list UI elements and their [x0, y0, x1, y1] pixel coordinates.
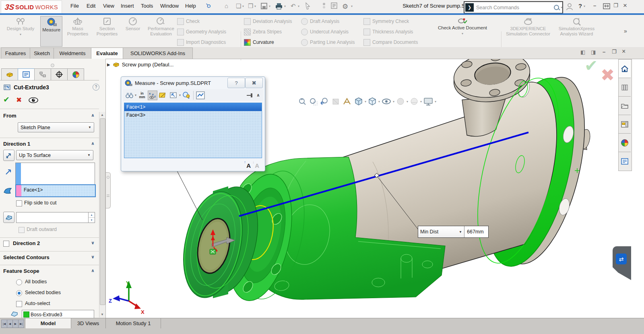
- teamviewer-icon[interactable]: ⇄: [616, 254, 627, 264]
- from-section-header[interactable]: From: [3, 113, 17, 119]
- tab-solidworks-addins[interactable]: SOLIDWORKS Add-Ins: [123, 47, 193, 59]
- undo-caret-icon[interactable]: ▾: [298, 4, 299, 8]
- pin-dialog-icon[interactable]: [246, 92, 254, 99]
- flyout-feature-tree[interactable]: ▶ Screw pump (Defaul...: [107, 62, 173, 68]
- 3dexperience-connector-button[interactable]: 3DEXPERIENCESimulation Connector: [504, 16, 552, 46]
- projected-on-icon[interactable]: [169, 91, 178, 100]
- reverse-direction-button[interactable]: [3, 150, 14, 161]
- doc-restore-button[interactable]: ❐: [612, 49, 617, 55]
- section-properties-button[interactable]: SectionProperties: [93, 16, 121, 46]
- units-precision-icon[interactable]: inmm: [137, 91, 147, 100]
- increase-font-icon[interactable]: ↑A: [246, 162, 251, 169]
- new-caret-icon[interactable]: ▾: [242, 4, 244, 8]
- span-displays-icon[interactable]: [603, 3, 610, 9]
- parting-line-analysis-item[interactable]: Parting Line Analysis: [301, 38, 361, 47]
- print-icon[interactable]: [275, 3, 283, 10]
- menu-insert[interactable]: Insert: [121, 3, 134, 9]
- menu-edit[interactable]: Edit: [87, 3, 95, 9]
- tab-nav-prev[interactable]: ◀: [7, 320, 13, 328]
- menu-view[interactable]: View: [103, 3, 114, 9]
- show-xyz-icon[interactable]: xYz: [148, 91, 157, 100]
- from-dropdown[interactable]: Sketch Plane▼: [18, 122, 94, 132]
- doc-close-button[interactable]: ×: [622, 48, 625, 55]
- model-tab[interactable]: Model: [25, 318, 71, 328]
- search-bar[interactable]: ❯ ▾: [464, 1, 563, 14]
- menu-file[interactable]: File: [70, 3, 79, 9]
- from-collapse-icon[interactable]: ∧: [91, 113, 95, 118]
- direction1-section-header[interactable]: Direction 1: [3, 141, 30, 147]
- measure-history-icon[interactable]: [182, 91, 191, 100]
- tab-features[interactable]: Features: [1, 47, 30, 59]
- decrease-font-icon[interactable]: ↓A: [255, 162, 259, 169]
- tab-evaluate[interactable]: Evaluate: [91, 47, 123, 59]
- draft-angle-spinner[interactable]: ▲ ▼: [16, 212, 95, 223]
- save-icon[interactable]: [261, 3, 268, 10]
- appearances-button[interactable]: [619, 134, 631, 152]
- list-item-face1[interactable]: Face<1>: [124, 103, 262, 111]
- arc-measure-caret-icon[interactable]: ▾: [135, 93, 136, 97]
- doc-minimize-button[interactable]: –: [603, 49, 605, 55]
- displaymanager-tab[interactable]: [67, 68, 84, 80]
- direction-reference-box[interactable]: [15, 163, 95, 185]
- pm-preview-eye-icon[interactable]: [28, 97, 39, 103]
- menu-window[interactable]: Window: [160, 3, 179, 9]
- flip-side-checkbox[interactable]: [16, 200, 22, 206]
- performance-evaluation-button[interactable]: PerformanceEvaluation: [145, 16, 177, 46]
- scrollbar-thumb[interactable]: [100, 118, 105, 305]
- spinner-down-icon[interactable]: ▼: [89, 218, 95, 223]
- draft-button[interactable]: [3, 212, 14, 223]
- open-caret-icon[interactable]: ▾: [254, 4, 256, 8]
- create-sensor-icon[interactable]: [196, 91, 205, 100]
- deviation-analysis-item[interactable]: Deviation Analysis: [244, 17, 300, 26]
- propertymanager-tab[interactable]: [18, 68, 35, 80]
- help-icon[interactable]: ?: [578, 2, 582, 9]
- measure-help-button[interactable]: ?: [227, 78, 245, 88]
- home-icon[interactable]: ⌂: [225, 2, 228, 9]
- scroll-up-icon[interactable]: ▲: [101, 113, 104, 117]
- thickness-analysis-item[interactable]: Thickness Analysis: [363, 27, 424, 36]
- design-library-button[interactable]: [619, 78, 631, 97]
- check-active-document-button[interactable]: Check Active Document▾: [430, 16, 495, 46]
- selected-bodies-radio[interactable]: [16, 290, 22, 296]
- search-caret-icon[interactable]: ▾: [561, 6, 562, 9]
- measure-button[interactable]: Measure: [40, 16, 62, 47]
- tab-sketch[interactable]: Sketch: [30, 47, 54, 59]
- print-caret-icon[interactable]: ▾: [284, 4, 286, 8]
- collapse-dialog-icon[interactable]: ∧: [256, 93, 260, 98]
- view-palette-button[interactable]: [619, 115, 631, 134]
- auto-select-checkbox[interactable]: [16, 301, 22, 307]
- flip-side-label[interactable]: Flip side to cut: [24, 200, 57, 206]
- panel-splitter-dot[interactable]: [51, 64, 54, 67]
- geometry-analysis-item[interactable]: Geometry Analysis: [177, 27, 237, 36]
- check-item[interactable]: Check: [177, 17, 237, 26]
- restore-button[interactable]: ❐: [613, 2, 618, 8]
- scope-section-header[interactable]: Feature Scope: [3, 268, 39, 274]
- new-document-icon[interactable]: ❏: [236, 2, 241, 10]
- compare-documents-item[interactable]: Compare Documents: [363, 38, 424, 47]
- tab-weldments[interactable]: Weldments: [54, 47, 91, 59]
- select-cursor-icon[interactable]: [305, 2, 311, 10]
- save-caret-icon[interactable]: ▾: [269, 4, 270, 8]
- close-button[interactable]: ×: [623, 2, 627, 10]
- list-item-face3[interactable]: Face<3>: [124, 111, 262, 119]
- tab-nav-last[interactable]: ▶|: [18, 320, 24, 328]
- end-condition-dropdown[interactable]: Up To Surface▼: [16, 150, 93, 160]
- measure-selection-list[interactable]: Face<1> Face<3>: [124, 103, 262, 158]
- simulationxpress-wizard-button[interactable]: SimulationXpressAnalysis Wizard: [553, 16, 600, 46]
- options-caret-icon[interactable]: ▾: [351, 4, 353, 8]
- point-to-point-icon[interactable]: [158, 91, 168, 100]
- pm-cancel-button[interactable]: ✖: [16, 96, 22, 104]
- custom-properties-button[interactable]: [619, 152, 631, 170]
- import-diagnostics-item[interactable]: Import Diagnostics: [177, 38, 237, 47]
- direction2-section-header[interactable]: Direction 2: [13, 240, 40, 246]
- menu-help[interactable]: Help: [185, 3, 196, 9]
- file-properties-icon[interactable]: [331, 2, 338, 9]
- direction2-collapse-icon[interactable]: ∨: [91, 240, 95, 245]
- draft-outward-checkbox[interactable]: [19, 227, 25, 233]
- tree-expand-icon[interactable]: ▶: [107, 62, 110, 67]
- search-magnifier-icon[interactable]: [553, 4, 560, 11]
- design-study-button[interactable]: Design Study▾: [3, 16, 38, 46]
- undercut-analysis-item[interactable]: Undercut Analysis: [301, 27, 361, 36]
- tab-nav-first[interactable]: |◀: [1, 320, 7, 328]
- surface-selection-box[interactable]: Face<1>: [15, 184, 96, 197]
